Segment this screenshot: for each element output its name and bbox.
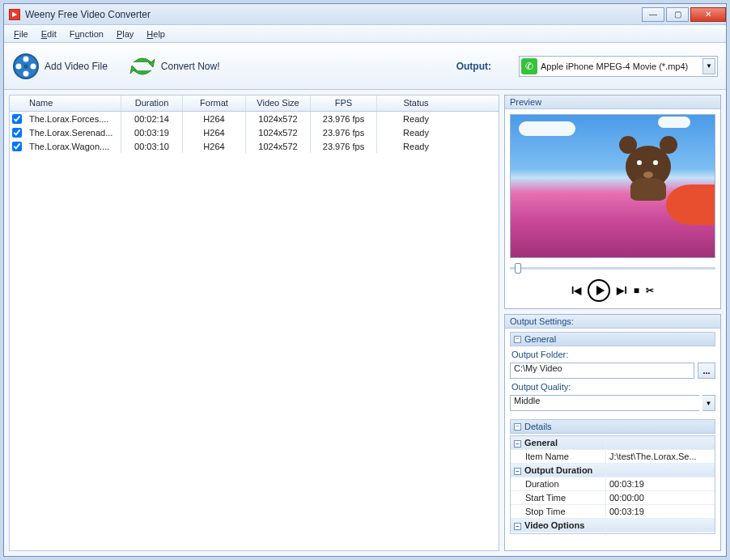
col-status[interactable]: Status (377, 95, 455, 111)
menu-bar: File Edit Function Play Help (4, 25, 726, 43)
maximize-button[interactable]: ▢ (666, 7, 689, 22)
window-title: Weeny Free Video Converter (25, 9, 640, 20)
general-section-header[interactable]: − General (510, 332, 715, 346)
menu-help[interactable]: Help (140, 27, 172, 41)
output-quality-label: Output Quality: (510, 380, 715, 393)
prev-button[interactable]: I◀ (571, 285, 581, 296)
menu-file[interactable]: File (7, 27, 35, 41)
col-format[interactable]: Format (183, 95, 246, 111)
svg-point-1 (23, 56, 29, 62)
convert-label: Convert Now! (161, 61, 220, 72)
output-label: Output: (456, 61, 491, 72)
collapse-icon[interactable]: − (514, 468, 521, 475)
col-fps[interactable]: FPS (311, 95, 377, 111)
table-header: Name Duration Format Video Size FPS Stat… (10, 95, 499, 112)
svg-point-4 (16, 63, 22, 69)
row-checkbox[interactable] (12, 114, 22, 124)
convert-button[interactable]: Convert Now! (129, 53, 220, 80)
app-window: ▶ Weeny Free Video Converter — ▢ ✕ File … (3, 3, 727, 557)
details-row[interactable]: Stop Time 00:03:19 (511, 505, 715, 519)
svg-point-5 (24, 64, 28, 68)
col-duration[interactable]: Duration (121, 95, 183, 111)
play-controls: I◀ ▶I ■ ✂ (505, 276, 720, 308)
play-button[interactable] (588, 279, 610, 302)
collapse-icon[interactable]: − (514, 523, 521, 530)
output-quality-select[interactable]: Middle (510, 395, 699, 411)
output-folder-label: Output Folder: (510, 348, 715, 361)
details-row[interactable]: Start Time 00:00:00 (511, 491, 715, 505)
film-reel-icon (12, 53, 40, 80)
table-row[interactable]: The.Lorax.Forces.... 00:02:14 H264 1024x… (10, 112, 499, 125)
details-row[interactable]: Item Name J:\test\The.Lorax.Se... (511, 450, 715, 464)
details-group-general[interactable]: −General (511, 436, 715, 450)
next-button[interactable]: ▶I (617, 285, 626, 296)
seek-slider[interactable] (510, 263, 715, 273)
preview-video[interactable] (510, 114, 715, 258)
details-group-duration[interactable]: −Output Duration (511, 464, 715, 477)
details-group-video[interactable]: −Video Options (511, 519, 715, 532)
menu-play[interactable]: Play (110, 27, 140, 41)
col-size[interactable]: Video Size (246, 95, 311, 111)
output-format-text: Apple iPhone MPEG-4 Movie (*.mp4) (541, 62, 699, 71)
output-settings-title: Output Settings: (505, 315, 720, 329)
output-settings-panel: Output Settings: − General Output Folder… (504, 314, 721, 551)
row-checkbox[interactable] (12, 128, 22, 138)
seek-thumb[interactable] (515, 263, 521, 274)
row-checkbox[interactable] (12, 142, 22, 151)
convert-arrows-icon (129, 53, 156, 80)
table-row[interactable]: The.Lorax.Serenad... 00:03:19 H264 1024x… (10, 125, 499, 139)
output-format-select[interactable]: ✆ Apple iPhone MPEG-4 Movie (*.mp4) ▼ (519, 56, 718, 77)
details-row[interactable]: Duration 00:03:19 (511, 477, 715, 491)
add-video-label: Add Video File (45, 61, 108, 72)
browse-button[interactable]: ... (698, 363, 715, 379)
app-icon: ▶ (9, 9, 20, 20)
collapse-icon[interactable]: − (514, 336, 521, 343)
phone-icon: ✆ (521, 58, 537, 74)
menu-edit[interactable]: Edit (35, 27, 63, 41)
chevron-down-icon[interactable]: ▼ (702, 395, 715, 411)
col-name[interactable]: Name (24, 95, 121, 111)
preview-panel: Preview I◀ ▶I ■ ✂ (504, 95, 721, 309)
svg-point-2 (31, 63, 36, 69)
close-button[interactable]: ✕ (690, 7, 726, 22)
menu-function[interactable]: Function (63, 27, 110, 41)
video-list-panel: Name Duration Format Video Size FPS Stat… (9, 95, 499, 551)
title-bar[interactable]: ▶ Weeny Free Video Converter — ▢ ✕ (4, 4, 726, 25)
toolbar: Add Video File Convert Now! Output: ✆ Ap… (4, 43, 726, 90)
svg-point-3 (23, 70, 29, 76)
table-body: The.Lorax.Forces.... 00:02:14 H264 1024x… (10, 112, 499, 153)
details-list[interactable]: −General Item Name J:\test\The.Lorax.Se.… (511, 436, 715, 533)
collapse-icon[interactable]: − (514, 423, 521, 431)
details-section-header[interactable]: − Details (510, 419, 715, 434)
output-folder-input[interactable]: C:\My Video (510, 363, 694, 379)
chevron-down-icon[interactable]: ▼ (702, 58, 715, 74)
collapse-icon[interactable]: − (514, 440, 521, 448)
minimize-button[interactable]: — (642, 7, 664, 22)
preview-title: Preview (505, 95, 720, 109)
add-video-button[interactable]: Add Video File (12, 53, 108, 80)
table-row[interactable]: The.Lorax.Wagon.... 00:03:10 H264 1024x5… (10, 139, 499, 153)
cut-button[interactable]: ✂ (646, 285, 654, 296)
stop-button[interactable]: ■ (634, 285, 639, 296)
details-row[interactable]: Video Codec x264 (511, 532, 715, 533)
